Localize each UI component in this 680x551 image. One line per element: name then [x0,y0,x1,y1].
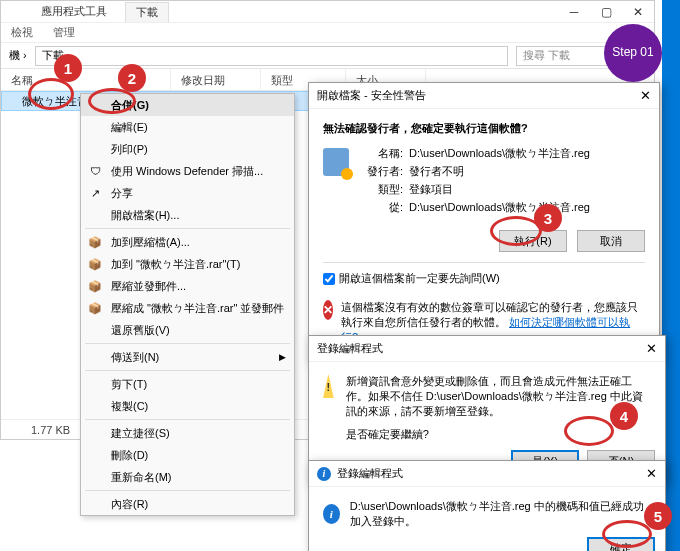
explorer-submenu: 檢視 管理 [1,23,654,43]
ctx-sendto[interactable]: 傳送到(N)▶ [81,346,294,368]
submenu-view[interactable]: 檢視 [11,25,33,40]
separator [85,370,290,371]
security-warning-dialog: 開啟檔案 - 安全性警告 ✕ 無法確認發行者，您確定要執行這個軟體? 名稱:D:… [308,82,660,362]
archive-icon: 📦 [87,258,103,271]
warning-icon: ✕ [323,300,333,320]
ctx-properties[interactable]: 內容(R) [81,493,294,515]
separator [85,490,290,491]
warning-triangle-icon [323,374,334,398]
close-icon[interactable]: ✕ [646,466,657,481]
ctx-zipmail[interactable]: 📦壓縮並發郵件... [81,275,294,297]
separator [85,228,290,229]
submenu-manage[interactable]: 管理 [53,25,75,40]
ribbon-tool-label: 應用程式工具 [41,4,107,19]
warning-question: 無法確認發行者，您確定要執行這個軟體? [323,121,645,136]
dialog-title: 登錄編輯程式 [317,341,383,356]
share-icon: ↗ [87,187,103,200]
breadcrumb-prefix: 機 › [9,48,27,63]
success-message: D:\user\Downloads\微軟ㄅ半注音.reg 中的機碼和值已經成功加… [350,499,651,529]
dialog-titlebar: 登錄編輯程式 ✕ [309,336,665,362]
highlight-ring-2 [88,88,136,114]
ctx-rename[interactable]: 重新命名(M) [81,466,294,488]
always-ask-checkbox[interactable] [323,273,335,285]
step-badge: Step 01 [604,24,662,82]
chevron-right-icon: ▶ [279,352,286,362]
explorer-ribbon: 應用程式工具 下載 ─ ▢ ✕ [1,1,654,23]
shield-icon: 🛡 [87,165,103,177]
minimize-button[interactable]: ─ [558,1,590,23]
dialog-title: 開啟檔案 - 安全性警告 [317,88,426,103]
ctx-share[interactable]: ↗分享 [81,182,294,204]
marker-2: 2 [118,64,146,92]
dialog-title: 登錄編輯程式 [337,466,403,481]
ctx-print[interactable]: 列印(P) [81,138,294,160]
marker-3: 3 [534,204,562,232]
breadcrumb[interactable]: 下載 [35,46,508,66]
ribbon-tab-downloads[interactable]: 下載 [125,2,169,22]
file-type-icon [323,148,349,176]
col-date[interactable]: 修改日期 [171,69,261,90]
highlight-ring-5 [602,520,652,548]
ctx-rarmail[interactable]: 📦壓縮成 "微軟ㄅ半注音.rar" 並發郵件 [81,297,294,319]
separator [85,419,290,420]
explorer-address-bar: 機 › 下載 搜尋 下載 [1,43,654,69]
checkbox-label: 開啟這個檔案前一定要先詢問(W) [339,271,500,286]
ctx-openwith[interactable]: 開啟檔案(H)... [81,204,294,226]
close-icon[interactable]: ✕ [640,88,651,103]
context-menu: 合併(G) 編輯(E) 列印(P) 🛡使用 Windows Defender 掃… [80,93,295,516]
dialog-titlebar: i 登錄編輯程式 ✕ [309,461,665,487]
marker-4: 4 [610,402,638,430]
ctx-addrar[interactable]: 📦加到 "微軟ㄅ半注音.rar"(T) [81,253,294,275]
marker-1: 1 [54,54,82,82]
highlight-ring-1 [28,78,74,110]
cancel-button[interactable]: 取消 [577,230,645,252]
info-icon: i [323,504,340,524]
ctx-edit[interactable]: 編輯(E) [81,116,294,138]
maximize-button[interactable]: ▢ [590,1,622,23]
highlight-ring-4 [564,416,614,446]
window-controls: ─ ▢ ✕ [558,1,654,23]
ctx-delete[interactable]: 刪除(D) [81,444,294,466]
archive-icon: 📦 [87,302,103,315]
close-button[interactable]: ✕ [622,1,654,23]
ctx-cut[interactable]: 剪下(T) [81,373,294,395]
marker-5: 5 [644,502,672,530]
ctx-shortcut[interactable]: 建立捷徑(S) [81,422,294,444]
ctx-defender[interactable]: 🛡使用 Windows Defender 掃描... [81,160,294,182]
ctx-restore[interactable]: 還原舊版(V) [81,319,294,341]
dialog-titlebar: 開啟檔案 - 安全性警告 ✕ [309,83,659,109]
archive-icon: 📦 [87,236,103,249]
archive-icon: 📦 [87,280,103,293]
ctx-addarchive[interactable]: 📦加到壓縮檔(A)... [81,231,294,253]
close-icon[interactable]: ✕ [646,341,657,356]
ctx-copy[interactable]: 複製(C) [81,395,294,417]
info-icon: i [317,467,331,481]
separator [85,343,290,344]
